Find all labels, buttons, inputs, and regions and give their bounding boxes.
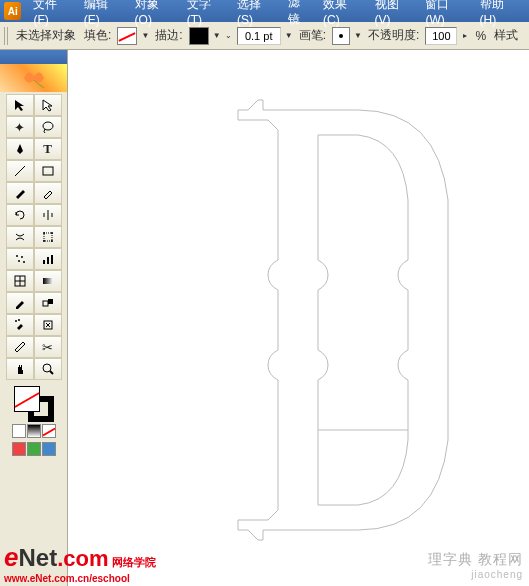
mesh-tool[interactable] <box>6 270 34 292</box>
rotate-tool[interactable] <box>6 204 34 226</box>
svg-rect-12 <box>43 260 45 264</box>
svg-point-22 <box>18 319 20 321</box>
hand-tool[interactable] <box>6 358 34 380</box>
brush-preview[interactable] <box>332 27 350 45</box>
toolbox-decoration <box>0 64 67 92</box>
svg-point-8 <box>16 255 18 257</box>
menu-select[interactable]: 选择(S) <box>231 0 282 29</box>
pct-label: % <box>473 29 488 43</box>
screen-normal[interactable] <box>12 442 26 456</box>
svg-point-10 <box>18 260 20 262</box>
svg-point-0 <box>43 122 53 130</box>
artwork-letter-d <box>208 90 508 550</box>
none-mode[interactable] <box>42 424 56 438</box>
symbol-sprayer-tool[interactable] <box>6 248 34 270</box>
svg-point-21 <box>15 320 17 322</box>
svg-line-1 <box>15 166 25 176</box>
menu-edit[interactable]: 编辑(E) <box>78 0 129 29</box>
screen-full[interactable] <box>42 442 56 456</box>
opacity-dropdown[interactable]: ▸ <box>461 27 469 45</box>
rectangle-tool[interactable] <box>34 160 62 182</box>
live-paint-tool[interactable] <box>6 314 34 336</box>
gradient-tool[interactable] <box>34 270 62 292</box>
stroke-weight-input[interactable] <box>237 27 281 45</box>
toolbox-titlebar[interactable] <box>0 50 67 64</box>
menu-view[interactable]: 视图(V) <box>369 0 420 29</box>
svg-rect-2 <box>43 167 53 175</box>
svg-point-7 <box>51 240 53 242</box>
stroke-weight-dropdown[interactable]: ▼ <box>285 27 293 45</box>
brush-dropdown[interactable]: ▼ <box>354 27 362 45</box>
opacity-input[interactable] <box>425 27 457 45</box>
svg-point-5 <box>51 232 53 234</box>
pen-tool[interactable] <box>6 138 34 160</box>
warp-tool[interactable] <box>6 226 34 248</box>
slice-tool[interactable] <box>6 336 34 358</box>
stroke-swatch[interactable] <box>189 27 209 45</box>
optbar-grip[interactable] <box>4 27 10 45</box>
fill-dropdown[interactable]: ▼ <box>141 27 149 45</box>
svg-rect-3 <box>44 233 52 241</box>
opacity-label[interactable]: 不透明度: <box>366 27 421 44</box>
svg-point-6 <box>43 240 45 242</box>
fill-color-box[interactable] <box>14 386 40 412</box>
eyedropper-tool[interactable] <box>6 292 34 314</box>
svg-rect-18 <box>43 278 53 284</box>
svg-rect-19 <box>43 301 48 306</box>
menu-effect[interactable]: 效果(C) <box>317 0 369 29</box>
live-paint-selection-tool[interactable] <box>34 314 62 336</box>
svg-point-9 <box>21 256 23 258</box>
lasso-tool[interactable] <box>34 116 62 138</box>
free-transform-tool[interactable] <box>34 226 62 248</box>
brush-label: 画笔: <box>297 27 328 44</box>
graph-tool[interactable] <box>34 248 62 270</box>
fill-swatch[interactable] <box>117 27 137 45</box>
canvas[interactable] <box>68 50 529 586</box>
selection-tool[interactable] <box>6 94 34 116</box>
reflect-tool[interactable] <box>34 204 62 226</box>
main-area: ✦ T ✂ <box>0 50 529 586</box>
zoom-tool[interactable] <box>34 358 62 380</box>
fill-stroke-control <box>0 382 67 460</box>
menu-window[interactable]: 窗口(W) <box>419 0 473 29</box>
stroke-weight-decrement[interactable]: ⌄ <box>225 27 233 45</box>
svg-rect-20 <box>48 299 53 304</box>
gradient-mode[interactable] <box>27 424 41 438</box>
stroke-label[interactable]: 描边: <box>153 27 184 44</box>
type-tool[interactable]: T <box>34 138 62 160</box>
menu-bar: Ai 文件(F) 编辑(E) 对象(O) 文字(T) 选择(S) 滤镜 效果(C… <box>0 0 529 22</box>
svg-line-25 <box>50 371 53 374</box>
flower-icon <box>14 66 54 90</box>
toolbox: ✦ T ✂ <box>0 50 68 586</box>
menu-type[interactable]: 文字(T) <box>181 0 231 29</box>
menu-object[interactable]: 对象(O) <box>129 0 181 29</box>
fill-label: 填色: <box>82 27 113 44</box>
menu-filter[interactable]: 滤镜 <box>282 0 317 30</box>
app-icon: Ai <box>4 2 21 20</box>
color-mode[interactable] <box>12 424 26 438</box>
direct-selection-tool[interactable] <box>34 94 62 116</box>
noselection-label: 未选择对象 <box>14 27 78 44</box>
stroke-dropdown[interactable]: ▼ <box>213 27 221 45</box>
style-label: 样式 <box>492 27 520 44</box>
blend-tool[interactable] <box>34 292 62 314</box>
line-tool[interactable] <box>6 160 34 182</box>
screen-full-menu[interactable] <box>27 442 41 456</box>
pencil-tool[interactable] <box>34 182 62 204</box>
svg-rect-13 <box>47 257 49 264</box>
svg-point-11 <box>23 261 25 263</box>
scissors-tool[interactable]: ✂ <box>34 336 62 358</box>
menu-file[interactable]: 文件(F) <box>27 0 77 29</box>
paintbrush-tool[interactable] <box>6 182 34 204</box>
svg-rect-14 <box>51 255 53 264</box>
svg-point-24 <box>43 364 51 372</box>
magic-wand-tool[interactable]: ✦ <box>6 116 34 138</box>
menu-help[interactable]: 帮助(H) <box>474 0 526 29</box>
svg-point-4 <box>43 232 45 234</box>
